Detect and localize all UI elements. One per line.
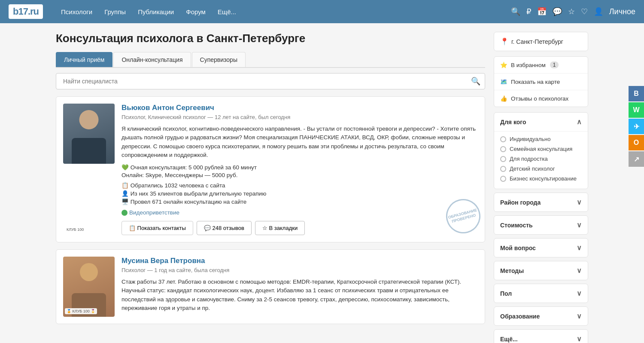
filter-district-label: Район города bbox=[500, 199, 541, 206]
radio-child bbox=[500, 166, 506, 172]
specialist-name-2[interactable]: Мусина Вера Петровна bbox=[122, 257, 478, 265]
card-photo-1 bbox=[63, 104, 115, 164]
filter-more-label: Ещё... bbox=[500, 336, 518, 343]
radio-teen bbox=[500, 156, 506, 162]
filter-more-header[interactable]: Ещё... ∨ bbox=[494, 330, 588, 343]
reviews-link[interactable]: 👍 Отзывы о психологах bbox=[494, 90, 588, 107]
whatsapp-button[interactable]: W bbox=[629, 102, 644, 118]
filter-cost-header[interactable]: Стоимость ∨ bbox=[494, 216, 588, 234]
chevron-down-icon-2: ∨ bbox=[577, 221, 582, 229]
chevron-down-icon-1: ∨ bbox=[577, 198, 582, 206]
chevron-up-icon: ∧ bbox=[577, 118, 582, 126]
filter-for-whom-body: Индивидуально Семейная консультация Для … bbox=[494, 131, 588, 189]
filter-family[interactable]: Семейная консультация bbox=[500, 144, 582, 154]
chevron-down-icon-7: ∨ bbox=[577, 335, 582, 343]
stat-online: 🖥️ Провел 671 онлайн консультацию на сай… bbox=[122, 198, 478, 205]
specialist-card-2: 🏅 КЛУБ 100 🎖️ Мусина Вера Петровна Психо… bbox=[56, 249, 485, 324]
filter-district: Район города ∨ bbox=[494, 193, 588, 212]
filter-for-whom: Для кого ∧ Индивидуально Семейная консул… bbox=[494, 112, 588, 189]
page-title: Консультация психолога в Санкт-Петербург… bbox=[56, 32, 485, 45]
vk-button[interactable]: В bbox=[629, 86, 644, 101]
currency-icon[interactable]: ₽ bbox=[526, 7, 531, 16]
chevron-down-icon-4: ∨ bbox=[577, 266, 582, 275]
stat-therapy: 👤 Из них 35 клиентов выбрали длительную … bbox=[122, 190, 478, 197]
main-nav: Психологи Группы Публикации Форум Ещё... bbox=[56, 6, 502, 18]
telegram-button[interactable]: ✈ bbox=[629, 119, 644, 134]
price-online: Онлайн: Skype, Мессенджеры — 5000 руб. bbox=[122, 172, 478, 178]
card-stats-1: 📋 Обратились 1032 человека с сайта 👤 Из … bbox=[122, 182, 478, 205]
user-icon[interactable]: 👤 bbox=[594, 7, 603, 16]
specialist-desc-1: Я клинический психолог, когнитивно-повед… bbox=[122, 125, 478, 159]
filter-gender: Пол ∨ bbox=[494, 284, 588, 303]
specialist-desc-2: Стаж работы 37 лет. Работаю в основном с… bbox=[122, 278, 478, 312]
share-button[interactable]: ↗ bbox=[629, 151, 644, 167]
reviews-icon: 👍 bbox=[500, 95, 507, 102]
heart-icon[interactable]: ♡ bbox=[581, 7, 588, 16]
location-pin-icon: 📍 bbox=[500, 37, 509, 46]
filter-for-whom-label: Для кого bbox=[500, 119, 526, 126]
club-badge-2: 🏅 КЛУБ 100 🎖️ bbox=[65, 308, 97, 314]
location-text: г. Санкт-Петербург bbox=[511, 38, 563, 45]
map-label: Показать на карте bbox=[511, 79, 560, 85]
filter-cost: Стоимость ∨ bbox=[494, 215, 588, 235]
page-container: Консультация психолога в Санкт-Петербург… bbox=[47, 23, 597, 343]
ok-button[interactable]: O bbox=[629, 135, 644, 150]
sidebar: 📍 г. Санкт-Петербург ⭐ В избранном 1 🗺️ … bbox=[494, 32, 588, 343]
filter-district-header[interactable]: Район города ∨ bbox=[494, 193, 588, 211]
search-icon[interactable]: 🔍 bbox=[511, 7, 520, 16]
nav-more[interactable]: Ещё... bbox=[213, 6, 241, 18]
filter-child[interactable]: Детский психолог bbox=[500, 164, 582, 174]
tab-online[interactable]: Онлайн-консультация bbox=[113, 52, 191, 67]
filter-question-header[interactable]: Мой вопрос ∨ bbox=[494, 239, 588, 257]
show-contacts-button[interactable]: 📋 Показать контакты bbox=[122, 221, 193, 235]
search-submit-icon[interactable]: 🔍 bbox=[471, 77, 480, 86]
tab-supervisors[interactable]: Супервизоры bbox=[192, 52, 246, 67]
filter-for-whom-header[interactable]: Для кого ∧ bbox=[494, 113, 588, 131]
filter-methods-header[interactable]: Методы ∨ bbox=[494, 261, 588, 280]
filter-business[interactable]: Бизнес консультирование bbox=[500, 174, 582, 184]
price-in-person: 💚 Очная консультация: 5 000 рублей за 60… bbox=[122, 164, 478, 171]
chevron-down-icon-6: ∨ bbox=[577, 312, 582, 320]
filter-individual[interactable]: Индивидуально bbox=[500, 134, 582, 144]
favorites-icon: ⭐ bbox=[500, 61, 507, 68]
card-info-2: Мусина Вера Петровна Психолог — 1 год на… bbox=[122, 257, 478, 317]
card-photo-2 bbox=[63, 257, 115, 317]
bookmark-button[interactable]: ☆ В закладки bbox=[255, 221, 305, 235]
video-greeting[interactable]: Видеоприветствие bbox=[122, 209, 478, 216]
star-icon[interactable]: ☆ bbox=[568, 7, 575, 16]
filter-gender-header[interactable]: Пол ∨ bbox=[494, 284, 588, 303]
favorites-label: В избранном bbox=[511, 62, 546, 68]
stat-contacted: 📋 Обратились 1032 человека с сайта bbox=[122, 182, 478, 189]
filter-methods-label: Методы bbox=[500, 267, 524, 274]
specialist-meta-2: Психолог — 1 год на сайте, была сегодня bbox=[122, 267, 478, 273]
personal-link[interactable]: Личное bbox=[609, 7, 635, 16]
filter-education-label: Образование bbox=[500, 313, 540, 320]
filter-gender-label: Пол bbox=[500, 290, 512, 297]
specialist-name-1[interactable]: Вьюков Антон Сергеевич bbox=[122, 104, 478, 112]
search-bar: 🔍 bbox=[56, 73, 485, 89]
map-link[interactable]: 🗺️ Показать на карте bbox=[494, 74, 588, 90]
card-actions-1: 📋 Показать контакты 💬 248 отзывов ☆ В за… bbox=[122, 221, 478, 235]
filter-individual-label: Индивидуально bbox=[510, 136, 550, 142]
logo[interactable]: b17.ru bbox=[9, 4, 43, 19]
sidebar-location: 📍 г. Санкт-Петербург bbox=[494, 32, 588, 51]
filter-education-header[interactable]: Образование ∨ bbox=[494, 307, 588, 325]
filter-cost-label: Стоимость bbox=[500, 222, 533, 229]
header-icons: 🔍 ₽ 📅 💬 ☆ ♡ 👤 Личное bbox=[511, 7, 635, 16]
calendar-icon[interactable]: 📅 bbox=[537, 7, 547, 16]
nav-publications[interactable]: Публикации bbox=[133, 6, 179, 18]
filter-teen-label: Для подростка bbox=[510, 156, 548, 162]
nav-psychologists[interactable]: Психологи bbox=[56, 6, 97, 18]
tab-in-person[interactable]: Личный приём bbox=[56, 52, 112, 67]
reviews-button[interactable]: 💬 248 отзывов bbox=[197, 221, 252, 235]
message-icon[interactable]: 💬 bbox=[553, 7, 562, 16]
card-price-1: 💚 Очная консультация: 5 000 рублей за 60… bbox=[122, 164, 478, 178]
search-input[interactable] bbox=[61, 74, 471, 89]
sidebar-actions: ⭐ В избранном 1 🗺️ Показать на карте 👍 О… bbox=[494, 56, 588, 107]
video-label: Видеоприветствие bbox=[129, 209, 179, 216]
favorites-link[interactable]: ⭐ В избранном 1 bbox=[494, 57, 588, 74]
nav-groups[interactable]: Группы bbox=[99, 6, 131, 18]
nav-forum[interactable]: Форум bbox=[181, 6, 211, 18]
filter-teen[interactable]: Для подростка bbox=[500, 154, 582, 164]
filter-question: Мой вопрос ∨ bbox=[494, 238, 588, 257]
